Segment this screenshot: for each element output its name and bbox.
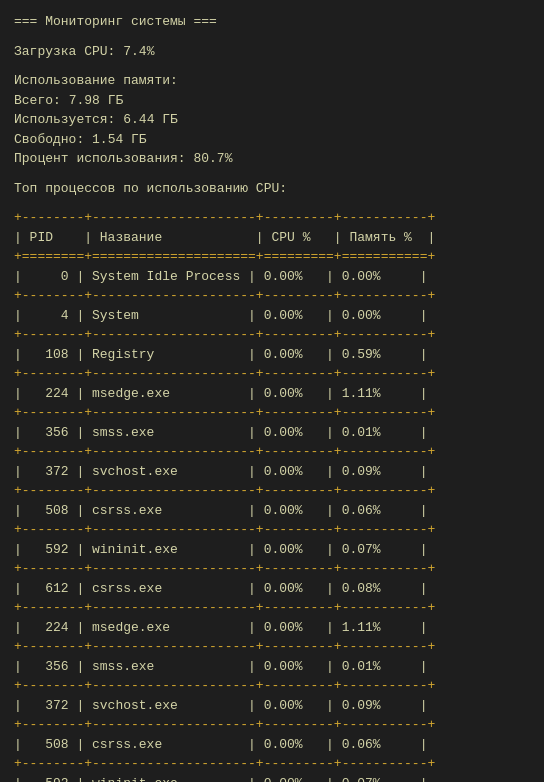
table-row: | 4 | System | 0.00% | 0.00% |	[14, 306, 530, 326]
table-row: | 0 | System Idle Process | 0.00% | 0.00…	[14, 267, 530, 287]
memory-percent: Процент использования: 80.7%	[14, 149, 530, 169]
table-row: | 612 | csrss.exe | 0.00% | 0.08% |	[14, 579, 530, 599]
memory-used: Используется: 6.44 ГБ	[14, 110, 530, 130]
memory-label: Использование памяти:	[14, 71, 530, 91]
cpu-label: Загрузка CPU:	[14, 44, 115, 59]
table-row: | 372 | svchost.exe | 0.00% | 0.09% |	[14, 696, 530, 716]
cpu-section: Загрузка CPU: 7.4%	[14, 42, 530, 62]
memory-section: Использование памяти: Всего: 7.98 ГБ Исп…	[14, 71, 530, 169]
table-row: | 356 | smss.exe | 0.00% | 0.01% |	[14, 657, 530, 677]
page-title: === Мониторинг системы ===	[14, 12, 530, 32]
table-row: | 508 | csrss.exe | 0.00% | 0.06% |	[14, 735, 530, 755]
processes-title: Топ процессов по использованию CPU:	[14, 179, 530, 199]
table-row: | 356 | smss.exe | 0.00% | 0.01% |	[14, 423, 530, 443]
table-row: | 224 | msedge.exe | 0.00% | 1.11% |	[14, 384, 530, 404]
table-row: | 372 | svchost.exe | 0.00% | 0.09% |	[14, 462, 530, 482]
table-row: | 592 | wininit.exe | 0.00% | 0.07% |	[14, 774, 530, 783]
cpu-value-text: 7.4%	[123, 44, 154, 59]
process-table: +--------+---------------------+--------…	[14, 208, 530, 782]
table-row: | 592 | wininit.exe | 0.00% | 0.07% |	[14, 540, 530, 560]
table-row: | 508 | csrss.exe | 0.00% | 0.06% |	[14, 501, 530, 521]
memory-free: Свободно: 1.54 ГБ	[14, 130, 530, 150]
table-row: | 108 | Registry | 0.00% | 0.59% |	[14, 345, 530, 365]
table-row: | 224 | msedge.exe | 0.00% | 1.11% |	[14, 618, 530, 638]
memory-total: Всего: 7.98 ГБ	[14, 91, 530, 111]
